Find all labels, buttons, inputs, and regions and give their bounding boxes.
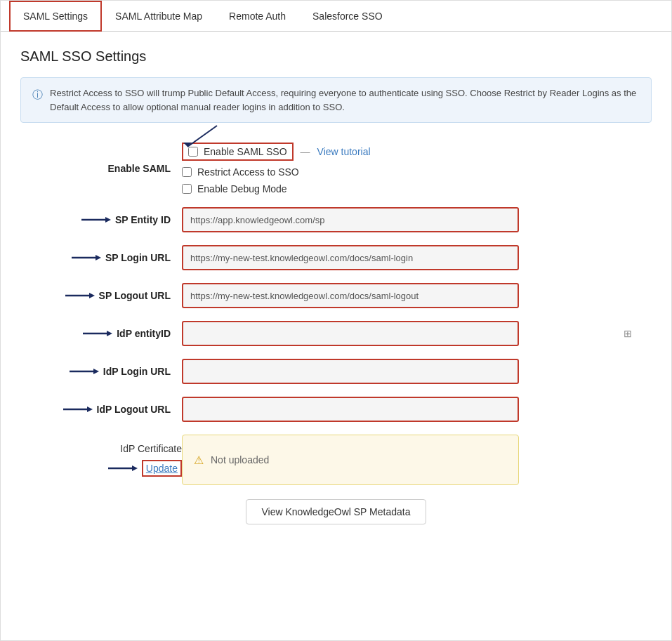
enable-saml-wrapper: Enable SAML SSO bbox=[182, 143, 294, 161]
restrict-access-label: Restrict Access to SSO bbox=[197, 166, 299, 178]
svg-marker-11 bbox=[93, 369, 99, 374]
tab-remote-auth[interactable]: Remote Auth bbox=[216, 1, 299, 31]
sp-entity-id-label: SP Entity ID bbox=[34, 214, 182, 225]
idp-certificate-label-col: IdP Certificate Update bbox=[34, 443, 182, 477]
idp-entity-id-label: IdP entityID bbox=[34, 328, 182, 339]
tab-salesforce-sso[interactable]: Salesforce SSO bbox=[299, 1, 396, 31]
idp-logout-url-row: IdP Logout URL bbox=[34, 397, 638, 422]
svg-marker-7 bbox=[89, 293, 95, 298]
info-icon: ⓘ bbox=[32, 87, 43, 103]
idp-certificate-label: IdP Certificate bbox=[120, 443, 182, 454]
svg-marker-5 bbox=[95, 255, 101, 260]
enable-saml-sso-checkbox-item[interactable]: Enable SAML SSO bbox=[182, 143, 294, 161]
idp-login-url-control bbox=[182, 359, 638, 384]
enable-saml-row: Enable SAML bbox=[34, 143, 638, 194]
tabs-bar: SAML Settings SAML Attribute Map Remote … bbox=[1, 1, 671, 32]
sp-login-url-input[interactable] bbox=[182, 245, 519, 270]
certificate-status-text: Not uploaded bbox=[211, 454, 269, 465]
warning-icon: ⚠ bbox=[194, 454, 204, 467]
idp-certificate-row: IdP Certificate Update ⚠ Not uploaded bbox=[34, 435, 638, 485]
page-content: SAML SSO Settings ⓘ Restrict Access to S… bbox=[1, 32, 671, 541]
idp-entity-id-input[interactable] bbox=[182, 321, 519, 346]
page-container: SAML Settings SAML Attribute Map Remote … bbox=[0, 0, 672, 641]
arrow-icon-sp-entity bbox=[81, 215, 111, 225]
idp-certificate-control: ⚠ Not uploaded bbox=[182, 435, 638, 485]
sp-entity-id-control bbox=[182, 207, 638, 232]
metadata-row: View KnowledgeOwl SP Metadata bbox=[34, 499, 638, 524]
idp-login-url-label: IdP Login URL bbox=[34, 366, 182, 377]
svg-marker-3 bbox=[105, 217, 111, 223]
sp-logout-url-control bbox=[182, 283, 638, 308]
arrow-icon-idp-logout bbox=[63, 404, 93, 414]
restrict-access-checkbox[interactable] bbox=[182, 167, 192, 177]
arrow-icon-idp-entity bbox=[83, 329, 112, 338]
enable-debug-checkbox[interactable] bbox=[182, 184, 192, 194]
idp-logout-url-label: IdP Logout URL bbox=[34, 404, 182, 415]
sp-login-url-control bbox=[182, 245, 638, 270]
enable-debug-checkbox-item[interactable]: Enable Debug Mode bbox=[182, 183, 638, 194]
enable-saml-inline: Enable SAML SSO — View tutorial bbox=[182, 143, 638, 161]
tab-saml-settings[interactable]: SAML Settings bbox=[9, 1, 102, 32]
form-section: Enable SAML bbox=[20, 143, 652, 524]
sp-entity-id-row: SP Entity ID bbox=[34, 207, 638, 232]
restrict-access-checkbox-item[interactable]: Restrict Access to SSO bbox=[182, 166, 638, 178]
arrow-icon-cert: Update bbox=[108, 460, 182, 477]
enable-saml-sso-label: Enable SAML SSO bbox=[204, 146, 287, 157]
enable-saml-controls: Enable SAML SSO — View tutorial Restrict… bbox=[182, 143, 638, 194]
enable-debug-label: Enable Debug Mode bbox=[197, 183, 287, 194]
arrow-icon-sp-login bbox=[72, 253, 101, 263]
idp-entity-id-control: ⊞ bbox=[182, 321, 638, 346]
view-tutorial-link[interactable]: View tutorial bbox=[317, 146, 371, 157]
enable-saml-sso-checkbox[interactable] bbox=[188, 147, 198, 157]
arrow-icon-sp-logout bbox=[65, 291, 95, 300]
enable-saml-label: Enable SAML bbox=[34, 163, 182, 174]
svg-marker-15 bbox=[132, 465, 138, 471]
certificate-status-box: ⚠ Not uploaded bbox=[182, 435, 519, 485]
info-banner-text: Restrict Access to SSO will trump Public… bbox=[50, 86, 640, 114]
dash-separator: — bbox=[301, 146, 310, 157]
sp-logout-url-row: SP Logout URL bbox=[34, 283, 638, 308]
page-title: SAML SSO Settings bbox=[20, 48, 652, 65]
update-certificate-link[interactable]: Update bbox=[142, 460, 182, 477]
sp-login-url-row: SP Login URL bbox=[34, 245, 638, 270]
tab-saml-attribute-map[interactable]: SAML Attribute Map bbox=[102, 1, 216, 31]
idp-entity-id-wrapper: ⊞ bbox=[182, 321, 638, 346]
idp-logout-url-control bbox=[182, 397, 638, 422]
table-icon: ⊞ bbox=[624, 328, 632, 339]
sp-logout-url-label: SP Logout URL bbox=[34, 290, 182, 301]
idp-login-url-row: IdP Login URL bbox=[34, 359, 638, 384]
idp-login-url-input[interactable] bbox=[182, 359, 519, 384]
sp-login-url-label: SP Login URL bbox=[34, 252, 182, 263]
arrow-icon-idp-login bbox=[70, 366, 99, 376]
sp-entity-id-input[interactable] bbox=[182, 207, 519, 232]
idp-logout-url-input[interactable] bbox=[182, 397, 519, 422]
svg-marker-13 bbox=[87, 407, 93, 412]
metadata-button[interactable]: View KnowledgeOwl SP Metadata bbox=[246, 499, 427, 524]
svg-marker-9 bbox=[107, 331, 112, 336]
idp-entity-id-row: IdP entityID ⊞ bbox=[34, 321, 638, 346]
sp-logout-url-input[interactable] bbox=[182, 283, 519, 308]
info-banner: ⓘ Restrict Access to SSO will trump Publ… bbox=[20, 77, 652, 123]
saml-checkboxes: Enable SAML SSO — View tutorial Restrict… bbox=[182, 143, 638, 194]
